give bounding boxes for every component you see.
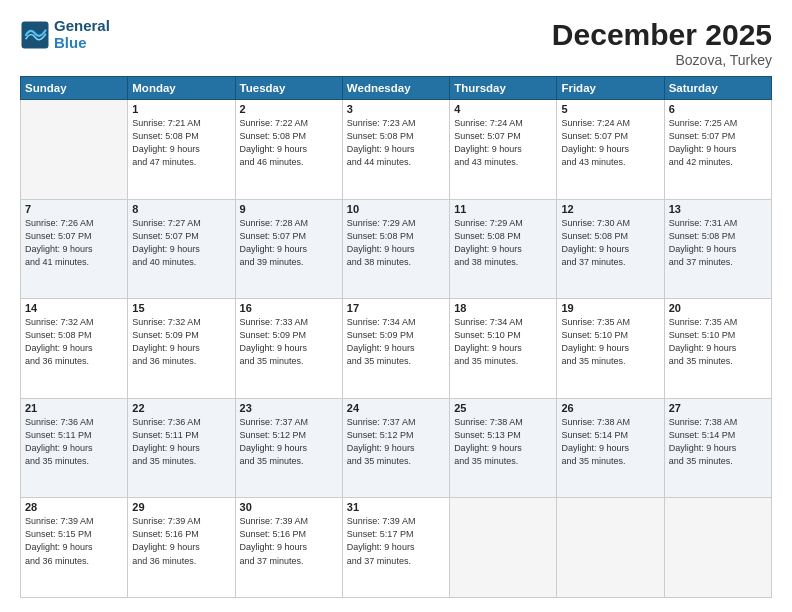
calendar-cell: 19Sunrise: 7:35 AM Sunset: 5:10 PM Dayli… bbox=[557, 299, 664, 399]
page: General Blue December 2025 Bozova, Turke… bbox=[0, 0, 792, 612]
calendar-cell: 18Sunrise: 7:34 AM Sunset: 5:10 PM Dayli… bbox=[450, 299, 557, 399]
day-info: Sunrise: 7:24 AM Sunset: 5:07 PM Dayligh… bbox=[454, 117, 552, 169]
day-info: Sunrise: 7:34 AM Sunset: 5:10 PM Dayligh… bbox=[454, 316, 552, 368]
calendar-cell: 14Sunrise: 7:32 AM Sunset: 5:08 PM Dayli… bbox=[21, 299, 128, 399]
day-number: 1 bbox=[132, 103, 230, 115]
calendar-cell: 7Sunrise: 7:26 AM Sunset: 5:07 PM Daylig… bbox=[21, 199, 128, 299]
day-number: 26 bbox=[561, 402, 659, 414]
calendar-cell: 27Sunrise: 7:38 AM Sunset: 5:14 PM Dayli… bbox=[664, 398, 771, 498]
day-info: Sunrise: 7:27 AM Sunset: 5:07 PM Dayligh… bbox=[132, 217, 230, 269]
title-block: December 2025 Bozova, Turkey bbox=[552, 18, 772, 68]
day-number: 3 bbox=[347, 103, 445, 115]
weekday-header-tuesday: Tuesday bbox=[235, 77, 342, 100]
day-number: 20 bbox=[669, 302, 767, 314]
day-info: Sunrise: 7:29 AM Sunset: 5:08 PM Dayligh… bbox=[454, 217, 552, 269]
day-info: Sunrise: 7:34 AM Sunset: 5:09 PM Dayligh… bbox=[347, 316, 445, 368]
day-info: Sunrise: 7:37 AM Sunset: 5:12 PM Dayligh… bbox=[347, 416, 445, 468]
month-title: December 2025 bbox=[552, 18, 772, 52]
day-info: Sunrise: 7:25 AM Sunset: 5:07 PM Dayligh… bbox=[669, 117, 767, 169]
calendar-cell: 16Sunrise: 7:33 AM Sunset: 5:09 PM Dayli… bbox=[235, 299, 342, 399]
day-info: Sunrise: 7:32 AM Sunset: 5:08 PM Dayligh… bbox=[25, 316, 123, 368]
calendar-cell bbox=[557, 498, 664, 598]
calendar-cell: 15Sunrise: 7:32 AM Sunset: 5:09 PM Dayli… bbox=[128, 299, 235, 399]
calendar-cell: 17Sunrise: 7:34 AM Sunset: 5:09 PM Dayli… bbox=[342, 299, 449, 399]
day-number: 12 bbox=[561, 203, 659, 215]
day-number: 2 bbox=[240, 103, 338, 115]
logo-text: General Blue bbox=[54, 18, 110, 51]
calendar-cell: 1Sunrise: 7:21 AM Sunset: 5:08 PM Daylig… bbox=[128, 100, 235, 200]
day-number: 23 bbox=[240, 402, 338, 414]
calendar-cell: 30Sunrise: 7:39 AM Sunset: 5:16 PM Dayli… bbox=[235, 498, 342, 598]
calendar-cell: 5Sunrise: 7:24 AM Sunset: 5:07 PM Daylig… bbox=[557, 100, 664, 200]
calendar-cell: 24Sunrise: 7:37 AM Sunset: 5:12 PM Dayli… bbox=[342, 398, 449, 498]
calendar-week-row: 14Sunrise: 7:32 AM Sunset: 5:08 PM Dayli… bbox=[21, 299, 772, 399]
day-number: 29 bbox=[132, 501, 230, 513]
calendar-cell: 12Sunrise: 7:30 AM Sunset: 5:08 PM Dayli… bbox=[557, 199, 664, 299]
day-number: 14 bbox=[25, 302, 123, 314]
day-info: Sunrise: 7:31 AM Sunset: 5:08 PM Dayligh… bbox=[669, 217, 767, 269]
weekday-header-monday: Monday bbox=[128, 77, 235, 100]
weekday-header-saturday: Saturday bbox=[664, 77, 771, 100]
calendar-header-row: SundayMondayTuesdayWednesdayThursdayFrid… bbox=[21, 77, 772, 100]
day-number: 5 bbox=[561, 103, 659, 115]
calendar-cell: 6Sunrise: 7:25 AM Sunset: 5:07 PM Daylig… bbox=[664, 100, 771, 200]
day-info: Sunrise: 7:36 AM Sunset: 5:11 PM Dayligh… bbox=[25, 416, 123, 468]
calendar-cell: 25Sunrise: 7:38 AM Sunset: 5:13 PM Dayli… bbox=[450, 398, 557, 498]
calendar-cell: 31Sunrise: 7:39 AM Sunset: 5:17 PM Dayli… bbox=[342, 498, 449, 598]
day-number: 22 bbox=[132, 402, 230, 414]
calendar-cell: 23Sunrise: 7:37 AM Sunset: 5:12 PM Dayli… bbox=[235, 398, 342, 498]
day-number: 19 bbox=[561, 302, 659, 314]
calendar-cell: 3Sunrise: 7:23 AM Sunset: 5:08 PM Daylig… bbox=[342, 100, 449, 200]
weekday-header-sunday: Sunday bbox=[21, 77, 128, 100]
day-info: Sunrise: 7:33 AM Sunset: 5:09 PM Dayligh… bbox=[240, 316, 338, 368]
day-number: 9 bbox=[240, 203, 338, 215]
day-info: Sunrise: 7:36 AM Sunset: 5:11 PM Dayligh… bbox=[132, 416, 230, 468]
day-info: Sunrise: 7:38 AM Sunset: 5:14 PM Dayligh… bbox=[669, 416, 767, 468]
day-info: Sunrise: 7:39 AM Sunset: 5:15 PM Dayligh… bbox=[25, 515, 123, 567]
day-info: Sunrise: 7:39 AM Sunset: 5:17 PM Dayligh… bbox=[347, 515, 445, 567]
day-number: 27 bbox=[669, 402, 767, 414]
calendar-week-row: 21Sunrise: 7:36 AM Sunset: 5:11 PM Dayli… bbox=[21, 398, 772, 498]
calendar-cell: 22Sunrise: 7:36 AM Sunset: 5:11 PM Dayli… bbox=[128, 398, 235, 498]
calendar-cell: 10Sunrise: 7:29 AM Sunset: 5:08 PM Dayli… bbox=[342, 199, 449, 299]
day-info: Sunrise: 7:38 AM Sunset: 5:14 PM Dayligh… bbox=[561, 416, 659, 468]
header: General Blue December 2025 Bozova, Turke… bbox=[20, 18, 772, 68]
day-number: 4 bbox=[454, 103, 552, 115]
weekday-header-wednesday: Wednesday bbox=[342, 77, 449, 100]
calendar-week-row: 28Sunrise: 7:39 AM Sunset: 5:15 PM Dayli… bbox=[21, 498, 772, 598]
calendar-cell: 21Sunrise: 7:36 AM Sunset: 5:11 PM Dayli… bbox=[21, 398, 128, 498]
calendar-cell bbox=[450, 498, 557, 598]
day-number: 15 bbox=[132, 302, 230, 314]
day-info: Sunrise: 7:29 AM Sunset: 5:08 PM Dayligh… bbox=[347, 217, 445, 269]
day-number: 16 bbox=[240, 302, 338, 314]
calendar-cell: 29Sunrise: 7:39 AM Sunset: 5:16 PM Dayli… bbox=[128, 498, 235, 598]
calendar-week-row: 7Sunrise: 7:26 AM Sunset: 5:07 PM Daylig… bbox=[21, 199, 772, 299]
calendar-cell: 2Sunrise: 7:22 AM Sunset: 5:08 PM Daylig… bbox=[235, 100, 342, 200]
calendar-cell: 4Sunrise: 7:24 AM Sunset: 5:07 PM Daylig… bbox=[450, 100, 557, 200]
day-number: 8 bbox=[132, 203, 230, 215]
day-info: Sunrise: 7:35 AM Sunset: 5:10 PM Dayligh… bbox=[669, 316, 767, 368]
day-number: 25 bbox=[454, 402, 552, 414]
day-info: Sunrise: 7:28 AM Sunset: 5:07 PM Dayligh… bbox=[240, 217, 338, 269]
day-number: 31 bbox=[347, 501, 445, 513]
day-info: Sunrise: 7:30 AM Sunset: 5:08 PM Dayligh… bbox=[561, 217, 659, 269]
day-info: Sunrise: 7:24 AM Sunset: 5:07 PM Dayligh… bbox=[561, 117, 659, 169]
calendar-cell: 9Sunrise: 7:28 AM Sunset: 5:07 PM Daylig… bbox=[235, 199, 342, 299]
day-info: Sunrise: 7:21 AM Sunset: 5:08 PM Dayligh… bbox=[132, 117, 230, 169]
day-info: Sunrise: 7:26 AM Sunset: 5:07 PM Dayligh… bbox=[25, 217, 123, 269]
day-info: Sunrise: 7:22 AM Sunset: 5:08 PM Dayligh… bbox=[240, 117, 338, 169]
calendar-week-row: 1Sunrise: 7:21 AM Sunset: 5:08 PM Daylig… bbox=[21, 100, 772, 200]
day-number: 10 bbox=[347, 203, 445, 215]
logo-icon bbox=[20, 20, 50, 50]
calendar-cell bbox=[664, 498, 771, 598]
calendar-cell: 28Sunrise: 7:39 AM Sunset: 5:15 PM Dayli… bbox=[21, 498, 128, 598]
day-number: 18 bbox=[454, 302, 552, 314]
weekday-header-friday: Friday bbox=[557, 77, 664, 100]
calendar-cell: 20Sunrise: 7:35 AM Sunset: 5:10 PM Dayli… bbox=[664, 299, 771, 399]
logo: General Blue bbox=[20, 18, 110, 51]
day-number: 6 bbox=[669, 103, 767, 115]
day-info: Sunrise: 7:39 AM Sunset: 5:16 PM Dayligh… bbox=[132, 515, 230, 567]
day-info: Sunrise: 7:32 AM Sunset: 5:09 PM Dayligh… bbox=[132, 316, 230, 368]
calendar-cell: 11Sunrise: 7:29 AM Sunset: 5:08 PM Dayli… bbox=[450, 199, 557, 299]
calendar-table: SundayMondayTuesdayWednesdayThursdayFrid… bbox=[20, 76, 772, 598]
